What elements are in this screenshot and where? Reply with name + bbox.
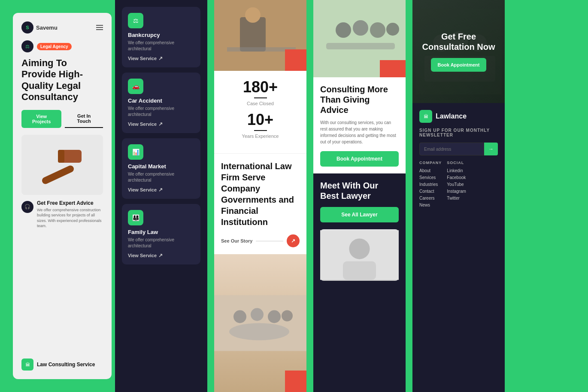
logo-icon: S bbox=[21, 21, 33, 33]
service-desc-4: We offer comprehensive architectural bbox=[128, 237, 194, 249]
service-title-2: Car Accident bbox=[128, 97, 194, 104]
footer-links: Company About Services Industries Contac… bbox=[419, 161, 498, 210]
svg-point-15 bbox=[353, 20, 368, 36]
company-link-industries[interactable]: Industries bbox=[419, 182, 442, 187]
service-card-bankruptcy: ⚖ Bankcrupcy We offer comprehensive arch… bbox=[122, 7, 200, 67]
book-appointment-hero-button[interactable]: Book Appointment bbox=[431, 58, 487, 72]
col5-hero: Get Free Consultation Now Book Appointme… bbox=[412, 0, 505, 103]
social-link-instagram[interactable]: Instagram bbox=[447, 189, 466, 194]
lawyer-photo bbox=[320, 229, 399, 281]
social-link-twitter[interactable]: Twitter bbox=[447, 196, 466, 201]
advice-row: 🎧 Get Free Expert Advice We offer compre… bbox=[21, 200, 103, 229]
red-square-decoration-tr bbox=[285, 49, 306, 71]
brand-name: Lawlance bbox=[436, 112, 467, 120]
see-all-lawyer-button[interactable]: See All Lawyer bbox=[320, 207, 399, 222]
law-row: 🏛 Law Consulting Service bbox=[21, 359, 103, 371]
justice-icon: ⚖ bbox=[21, 40, 33, 52]
social-link-facebook[interactable]: Facebook bbox=[447, 175, 466, 180]
col3-panel: 180+ Case Closed 10+ Years Experience In… bbox=[214, 0, 306, 392]
svg-rect-21 bbox=[343, 261, 376, 280]
email-input[interactable] bbox=[419, 143, 484, 155]
stat1-number: 180+ bbox=[221, 79, 300, 95]
svg-rect-18 bbox=[326, 43, 395, 49]
view-service-3[interactable]: View Service ↗ bbox=[128, 187, 194, 193]
col1-panel: S Savemu ⚖ Legal Agency Aiming To Provid… bbox=[13, 13, 112, 379]
hamburger-menu[interactable] bbox=[96, 25, 103, 30]
col5-hero-title: Get Free Consultation Now bbox=[421, 31, 496, 52]
advice-desc: We offer comprehensive construction buil… bbox=[37, 207, 103, 229]
view-service-1[interactable]: View Service ↗ bbox=[128, 55, 194, 61]
car-icon: 🚗 bbox=[128, 79, 143, 94]
svg-rect-2 bbox=[58, 150, 64, 163]
see-story-line bbox=[256, 241, 283, 241]
arrow-icon-1: ↗ bbox=[158, 55, 163, 61]
service-title-3: Capital Market bbox=[128, 163, 194, 170]
firm-title: International Law Firm Serve Company Gov… bbox=[221, 161, 300, 228]
book-appointment-button[interactable]: Book Appointment bbox=[320, 151, 399, 167]
svg-point-9 bbox=[251, 308, 264, 321]
newsletter-section: Sign Up For Our Monthly Newsletter bbox=[419, 128, 498, 137]
service-card-capital: 📊 Capital Market We offer comprehensive … bbox=[122, 138, 200, 199]
social-link-linkedin[interactable]: Linkedin bbox=[447, 168, 466, 173]
gavel-svg bbox=[36, 141, 88, 188]
dark-section: Meet With Our Best Lawyer See All Lawyer bbox=[313, 173, 406, 392]
company-link-news[interactable]: News bbox=[419, 203, 442, 207]
advice-title: Get Free Expert Advice bbox=[37, 200, 103, 206]
see-story-arrow[interactable]: ↗ bbox=[287, 234, 300, 247]
view-service-4[interactable]: View Service ↗ bbox=[128, 252, 194, 258]
view-projects-button[interactable]: View Projects bbox=[21, 110, 61, 128]
consulting-desc: With our consulting services, you can re… bbox=[320, 119, 399, 145]
firm-section: International Law Firm Serve Company Gov… bbox=[214, 154, 306, 254]
building-icon: 🏛 bbox=[21, 359, 33, 371]
stats-section: 180+ Case Closed 10+ Years Experience bbox=[214, 71, 306, 154]
service-desc-1: We offer comprehensive architectural bbox=[128, 40, 194, 52]
bankruptcy-icon: ⚖ bbox=[128, 13, 143, 28]
view-service-2[interactable]: View Service ↗ bbox=[128, 121, 194, 127]
see-story-link[interactable]: See Our Story ↗ bbox=[221, 234, 300, 247]
col1-header: S Savemu bbox=[21, 21, 103, 33]
service-card-family: 👨‍👩‍👧 Family Law We offer comprehensive … bbox=[122, 204, 200, 264]
svg-rect-0 bbox=[41, 164, 75, 185]
stat2-label: Years Experience bbox=[221, 134, 300, 139]
svg-point-17 bbox=[386, 23, 399, 36]
service-desc-2: We offer comprehensive architectural bbox=[128, 106, 194, 118]
dark-title: Meet With Our Best Lawyer bbox=[320, 180, 399, 201]
stat1-divider bbox=[254, 97, 267, 98]
company-link-contact[interactable]: Contact bbox=[419, 189, 442, 194]
red-square-br bbox=[285, 371, 306, 392]
email-row: → bbox=[419, 143, 498, 155]
col4-panel: Consulting More Than Giving Advice With … bbox=[313, 0, 406, 392]
svg-point-8 bbox=[233, 310, 246, 323]
svg-point-16 bbox=[370, 22, 385, 38]
social-links-col: Social Linkedin Facebook YouTube Instagr… bbox=[447, 161, 466, 210]
social-link-youtube[interactable]: YouTube bbox=[447, 182, 466, 187]
company-links-col: Company About Services Industries Contac… bbox=[419, 161, 442, 210]
logo-name: Savemu bbox=[36, 24, 58, 31]
brand-row: 🏛 Lawlance bbox=[419, 110, 498, 123]
arrow-icon-3: ↗ bbox=[158, 187, 163, 193]
consulting-section: Consulting More Than Giving Advice With … bbox=[313, 77, 406, 173]
capital-icon: 📊 bbox=[128, 144, 143, 160]
company-label: Company bbox=[419, 161, 442, 165]
get-in-touch-button[interactable]: Get In Touch bbox=[65, 110, 103, 128]
stat2-number: 10+ bbox=[221, 112, 300, 128]
consulting-title: Consulting More Than Giving Advice bbox=[320, 84, 399, 115]
col5-body: 🏛 Lawlance Sign Up For Our Monthly Newsl… bbox=[412, 103, 505, 392]
svg-point-11 bbox=[282, 310, 293, 322]
arrow-icon-2: ↗ bbox=[158, 121, 163, 127]
svg-rect-7 bbox=[214, 295, 306, 351]
col5-panel: Get Free Consultation Now Book Appointme… bbox=[412, 0, 505, 392]
headset-icon: 🎧 bbox=[21, 201, 33, 213]
company-link-about[interactable]: About bbox=[419, 168, 442, 173]
company-link-services[interactable]: Services bbox=[419, 175, 442, 180]
brand-icon: 🏛 bbox=[419, 110, 432, 123]
svg-point-5 bbox=[245, 7, 261, 23]
cta-buttons: View Projects Get In Touch bbox=[21, 110, 103, 128]
email-submit-button[interactable]: → bbox=[484, 143, 498, 155]
col3-bottom-image bbox=[214, 254, 306, 392]
lawyer-svg-photo bbox=[320, 229, 399, 281]
col3-top-image bbox=[214, 0, 306, 71]
service-card-car: 🚗 Car Accident We offer comprehensive ar… bbox=[122, 73, 200, 133]
advice-text: Get Free Expert Advice We offer comprehe… bbox=[37, 200, 103, 229]
company-link-careers[interactable]: Careers bbox=[419, 196, 442, 201]
